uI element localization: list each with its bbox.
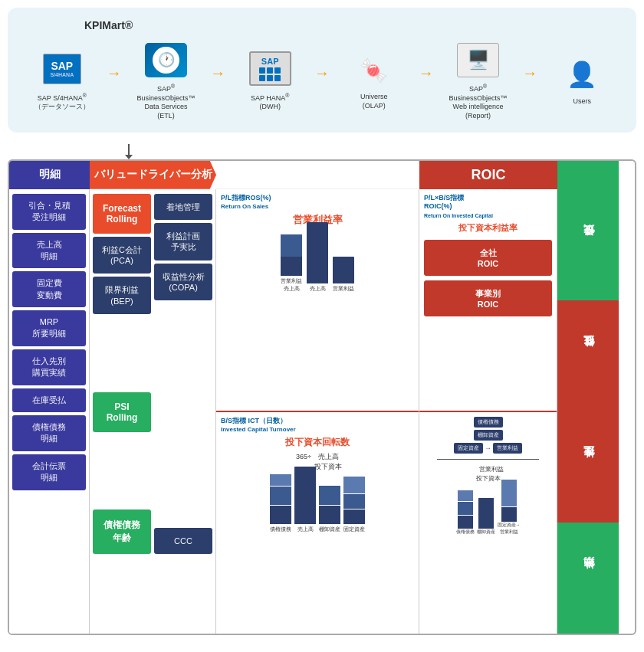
sap-hana-icon: SAP (247, 50, 293, 88)
roic-bar-1-label: 債権債務 (456, 529, 475, 536)
sap-hana-label: SAP HANA®(DWH) (251, 92, 290, 112)
bs-bar-1-label: 債権債務 (270, 526, 291, 533)
users-icon: 👤 (559, 55, 605, 93)
bs-bar-1 (270, 474, 291, 524)
bo-report-label: SAP® BusinessObjects™Web intelligence(Re… (439, 83, 518, 121)
connector-arrow (121, 144, 136, 159)
arch-item-universe: 🍬 Universe(OLAP) (335, 51, 413, 110)
mid-spacer-6 (154, 453, 212, 525)
roic-row-2: 棚卸資産 (474, 430, 503, 441)
roic-bar-1-group: 債権債務 (456, 490, 475, 536)
roic-bar-3 (501, 480, 517, 522)
roic-top: P/L×B/S指標ROIC(%)Return On Invested Capit… (419, 189, 557, 412)
roic-business: 事業別ROIC (424, 280, 552, 316)
bs-bar-2 (294, 467, 316, 524)
pl-chart-bars-area: P/L指標ROS(%)Return On Sales 営業利益率 営業利益売上高 (221, 194, 414, 296)
pl-bar-1 (281, 234, 302, 276)
arrow-2: → (210, 64, 225, 97)
svg-marker-1 (125, 155, 133, 159)
roic-title-blue: P/L×B/S指標ROIC(%)Return On Invested Capit… (424, 194, 552, 221)
bs-bar-3-label: 棚卸資産 (319, 526, 340, 533)
arch-item-sap-hana: SAP SAP HANA®(DWH) (231, 50, 309, 112)
psi-rolling: PSIRolling (93, 392, 151, 432)
bs-bar-chart: 債権債務 売上高 棚卸資産 (221, 475, 414, 536)
tree-arrow-1: → (485, 444, 491, 452)
roic-row-3: 固定資産 → 営業利益 (454, 443, 522, 454)
header-roic: ROIC (419, 161, 557, 189)
bs-bar-4-label: 固定資産 (343, 526, 365, 533)
debt-age: 債権債務年齢 (93, 509, 151, 554)
roic-bar-2-group: 棚卸資産 (477, 498, 495, 536)
users-label: Users (573, 97, 591, 106)
pl-bar-2-label: 売上高 (310, 285, 326, 293)
forecast-rolling: ForecastRolling (93, 194, 151, 234)
bs-title-blue: B/S指標 ICT（日数）Invested Capital Turnover (221, 417, 414, 434)
tree-fixed: 固定資産 (454, 443, 483, 454)
ccc: CCC (154, 528, 212, 554)
roic-bar-3-group: 固定資産→営業利益 (498, 480, 521, 536)
roic-bar-chart: 債権債務 棚卸資産 固定資産→営業利益 (424, 490, 552, 536)
roic-bar-2 (478, 498, 494, 529)
header-meisai: 明細 (9, 161, 90, 189)
sap-s4hana-label: SAP S/4HANA®（データソース） (34, 92, 90, 112)
tree-inventory: 棚卸資産 (474, 430, 503, 441)
arch-flow: SAP S/4HANA SAP S/4HANA®（データソース） → 🕐 SAP… (23, 41, 621, 121)
sap-s4hana-icon: SAP S/4HANA (39, 50, 85, 88)
tree-divider (437, 459, 540, 460)
mid-column: ForecastRolling 利益C会計(PCA) 限界利益(BEP) PSI… (90, 189, 216, 634)
roic-bottom: 債権債務 棚卸資産 固定資産 → 営業利益 営業利益 (419, 412, 557, 634)
roic-bar-2-label: 棚卸資産 (477, 529, 495, 536)
universe-icon: 🍬 (351, 51, 397, 89)
mid-col-1: ForecastRolling 利益C会計(PCA) 限界利益(BEP) PSI… (93, 194, 151, 629)
cat-kouritsusei: 効率性 (557, 523, 619, 634)
arrow-5: → (522, 64, 537, 97)
profit-plan: 利益計画予実比 (154, 223, 212, 260)
left-item-3: 固定費変動費 (12, 271, 86, 307)
pl-chart: P/L指標ROS(%)Return On Sales 営業利益率 営業利益売上高 (216, 189, 419, 412)
bs-title-red: 投下資本回転数 (221, 436, 414, 449)
bs-bar-group-3: 棚卸資産 (319, 486, 340, 533)
bo-etl-icon: 🕐 (143, 41, 189, 79)
universe-label: Universe(OLAP) (360, 93, 388, 110)
chart-column: P/L指標ROS(%)Return On Sales 営業利益率 営業利益売上高 (216, 189, 419, 634)
content-row: 引合・見積受注明細 売上高明細 固定費変動費 MRP所要明細 仕入先別購買実績 … (9, 189, 635, 634)
bs-bar-3 (319, 486, 340, 524)
pl-bar-3-label: 営業利益 (333, 285, 354, 293)
pl-bar-group-3: 営業利益 (333, 257, 354, 293)
roic-row-1: 債権債務 (474, 417, 503, 428)
mid-col-2: 着地管理 利益計画予実比 収益性分析(COPA) CCC (154, 194, 212, 629)
pl-chart-content: P/L指標ROS(%)Return On Sales 営業利益率 営業利益売上高 (221, 194, 414, 296)
pl-bar-3 (333, 257, 354, 283)
left-item-8: 会計伝票明細 (12, 454, 86, 490)
pca: 利益C会計(PCA) (93, 237, 151, 274)
header-cat-spacer (557, 161, 619, 189)
bs-chart: B/S指標 ICT（日数）Invested Capital Turnover 投… (216, 412, 419, 634)
bottom-section: 明細 バリュードライバー分析 ROIC 引合・見積受注明細 売上高明細 固定費変… (8, 159, 636, 635)
bs-bar-group-1: 債権債務 (270, 474, 291, 533)
pl-bar-group-1: 営業利益売上高 (281, 234, 302, 293)
arrow-1: → (107, 64, 122, 97)
left-item-5: 仕入先別購買実績 (12, 349, 86, 385)
pl-bar-2 (307, 222, 328, 283)
bs-formula: 365÷ 売上高 投下資本 (221, 452, 414, 472)
mid-spacer-1 (93, 317, 151, 389)
left-item-6: 在庫受払 (12, 388, 86, 412)
right-categories: 成長性 収益性 生産性 効率性 (557, 189, 619, 634)
left-item-7: 債権債務明細 (12, 415, 86, 451)
arch-item-users: 👤 Users (543, 55, 621, 106)
bo-etl-label: SAP® BusinessObjects™Data Services(ETL) (127, 83, 205, 121)
tree-debt: 債権債務 (474, 417, 503, 428)
pl-bar-1-label: 営業利益売上高 (281, 277, 302, 293)
roic-column: P/L×B/S指標ROIC(%)Return On Invested Capit… (419, 189, 557, 634)
roic-boxes: 全社ROIC 事業別ROIC (424, 240, 552, 316)
bs-bar-group-4: 固定資産 (343, 477, 365, 533)
left-item-2: 売上高明細 (12, 233, 86, 269)
cat-shuekisei: 収益性 (557, 300, 619, 411)
connector-wrapper (8, 144, 636, 159)
arrow-3: → (314, 64, 330, 97)
roic-bar-3-label: 固定資産→営業利益 (498, 522, 521, 536)
roic-title-red: 投下資本利益率 (424, 222, 552, 234)
header-row: 明細 バリュードライバー分析 ROIC (9, 161, 635, 189)
arch-item-bo-etl: 🕐 SAP® BusinessObjects™Data Services(ETL… (127, 41, 205, 121)
kpimart-label: KPIMart® (84, 19, 621, 31)
